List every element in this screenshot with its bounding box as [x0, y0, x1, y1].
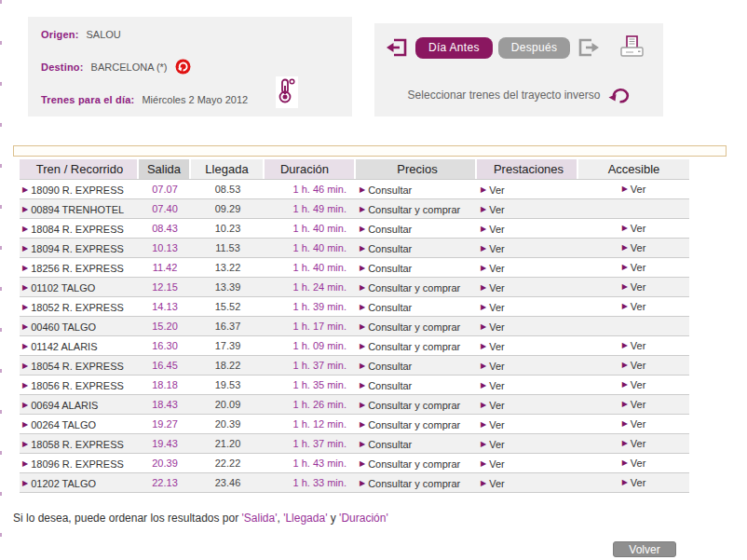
train-link[interactable]: ▶18094 R. EXPRESS — [22, 243, 124, 254]
prices-link[interactable]: ▶Consultar y comprar — [360, 204, 460, 215]
train-link[interactable]: ▶18058 R. EXPRESS — [22, 439, 124, 450]
sort-by-duracion-link[interactable]: 'Duración' — [339, 512, 388, 525]
train-link[interactable]: ▶18056 R. EXPRESS — [22, 380, 124, 391]
back-button[interactable]: Volver — [613, 541, 676, 557]
features-link[interactable]: ▶Ver — [481, 400, 505, 411]
features-link[interactable]: ▶Ver — [481, 184, 505, 196]
features-link[interactable]: ▶Ver — [481, 224, 505, 235]
features-link[interactable]: ▶Ver — [481, 243, 505, 254]
prices-link[interactable]: ▶Consultar y comprar — [360, 400, 460, 411]
train-link[interactable]: ▶18084 R. EXPRESS — [22, 224, 124, 235]
train-link[interactable]: ▶01102 TALGO — [22, 282, 95, 294]
features-link[interactable]: ▶Ver — [481, 204, 505, 215]
sort-by-salida-link[interactable]: 'Salida' — [242, 512, 278, 525]
features-link[interactable]: ▶Ver — [481, 341, 505, 352]
prices-link[interactable]: ▶Consultar — [360, 263, 412, 274]
features-link[interactable]: ▶Ver — [481, 282, 505, 294]
prices-link[interactable]: ▶Consultar — [360, 380, 412, 391]
features-link[interactable]: ▶Ver — [481, 263, 505, 274]
print-icon[interactable] — [617, 34, 646, 61]
thermometer-icon[interactable] — [276, 76, 298, 108]
day-before-button[interactable]: Día Antes — [415, 37, 493, 59]
prices-link[interactable]: ▶Consultar y comprar — [360, 478, 460, 489]
prices-link[interactable]: ▶Consultar y comprar — [360, 321, 460, 333]
train-link[interactable]: ▶01202 TALGO — [22, 478, 96, 489]
features-label: Ver — [489, 439, 505, 450]
day-after-button[interactable]: Después — [498, 37, 570, 59]
prices-link[interactable]: ▶Consultar — [360, 361, 412, 372]
origin-value: SALOU — [87, 29, 121, 40]
prices-link[interactable]: ▶Consultar y comprar — [360, 419, 460, 430]
features-link[interactable]: ▶Ver — [481, 302, 505, 313]
accessible-link[interactable]: ▶Ver — [622, 360, 646, 371]
train-link[interactable]: ▶18256 R. EXPRESS — [22, 263, 124, 274]
swap-direction-icon[interactable] — [175, 59, 191, 75]
prices-label: Consultar y comprar — [368, 341, 460, 352]
train-link[interactable]: ▶18090 R. EXPRESS — [22, 184, 124, 196]
prices-link[interactable]: ▶Consultar — [360, 184, 412, 196]
exit-arrow-left-icon[interactable] — [386, 36, 410, 59]
features-label: Ver — [489, 341, 505, 352]
features-link[interactable]: ▶Ver — [481, 380, 505, 391]
triangle-bullet-icon: ▶ — [360, 362, 365, 370]
accessible-link[interactable]: ▶Ver — [622, 281, 646, 293]
departure-time: 08.43 — [139, 223, 191, 234]
accessible-link[interactable]: ▶Ver — [622, 223, 646, 234]
accessible-link[interactable]: ▶Ver — [622, 242, 646, 253]
train-link[interactable]: ▶18054 R. EXPRESS — [22, 361, 124, 372]
origin-label: Origen: — [41, 29, 79, 40]
train-link[interactable]: ▶01142 ALARIS — [22, 341, 98, 352]
prices-link[interactable]: ▶Consultar y comprar — [360, 282, 460, 294]
prices-link[interactable]: ▶Consultar — [360, 302, 412, 313]
triangle-bullet-icon: ▶ — [622, 459, 628, 467]
triangle-bullet-icon: ▶ — [360, 421, 365, 429]
departure-time: 07.40 — [139, 203, 191, 214]
features-link[interactable]: ▶Ver — [481, 321, 505, 333]
sort-by-llegada-link[interactable]: 'Llegada' — [283, 512, 327, 525]
departure-time: 20.39 — [139, 458, 191, 469]
features-link[interactable]: ▶Ver — [481, 419, 505, 430]
exit-arrow-right-icon[interactable] — [576, 36, 600, 59]
reverse-route-link[interactable]: Seleccionar trenes del trayecto inverso — [386, 85, 652, 105]
train-link[interactable]: ▶18096 R. EXPRESS — [22, 458, 124, 470]
accessible-label: Ver — [631, 281, 646, 293]
column-header-duracion[interactable]: Duración — [265, 159, 356, 179]
origin-row: Origen: SALOU — [41, 26, 352, 42]
prices-link[interactable]: ▶Consultar — [360, 224, 412, 235]
table-body: ▶18090 R. EXPRESS 07.07 08.53 1 h. 46 mi… — [20, 179, 689, 493]
train-link[interactable]: ▶00694 ALARIS — [22, 400, 98, 411]
train-link[interactable]: ▶00460 TALGO — [22, 321, 96, 333]
accessible-link[interactable]: ▶Ver — [622, 418, 646, 430]
accessible-link[interactable]: ▶Ver — [622, 458, 646, 469]
prices-link[interactable]: ▶Consultar y comprar — [360, 341, 460, 352]
prices-link[interactable]: ▶Consultar — [360, 439, 412, 450]
train-name: 01202 TALGO — [31, 478, 96, 489]
features-link[interactable]: ▶Ver — [481, 361, 505, 372]
accessible-label: Ver — [631, 399, 646, 410]
accessible-link[interactable]: ▶Ver — [622, 262, 646, 273]
features-link[interactable]: ▶Ver — [481, 458, 505, 470]
features-link[interactable]: ▶Ver — [481, 439, 505, 450]
prices-label: Consultar — [368, 263, 412, 274]
column-header-salida[interactable]: Salida — [139, 159, 191, 179]
accessible-link[interactable]: ▶Ver — [622, 438, 646, 449]
features-link[interactable]: ▶Ver — [481, 478, 505, 489]
triangle-bullet-icon: ▶ — [622, 225, 628, 232]
train-link[interactable]: ▶00894 TRENHOTEL — [22, 204, 124, 215]
accessible-link[interactable]: ▶Ver — [622, 399, 646, 410]
train-name: 18096 R. EXPRESS — [31, 458, 124, 470]
accessible-link[interactable]: ▶Ver — [622, 379, 646, 390]
accessible-link[interactable]: ▶Ver — [622, 340, 646, 351]
column-header-llegada[interactable]: Llegada — [191, 159, 265, 179]
accessible-link[interactable]: ▶Ver — [622, 301, 646, 312]
prices-link[interactable]: ▶Consultar — [360, 243, 412, 254]
train-link[interactable]: ▶00264 TALGO — [22, 419, 96, 430]
duration: 1 h. 37 min. — [265, 360, 356, 371]
train-link[interactable]: ▶18052 R. EXPRESS — [22, 302, 124, 313]
date-value: Miércoles 2 Mayo 2012 — [142, 94, 248, 105]
triangle-bullet-icon: ▶ — [481, 460, 486, 468]
accessible-link[interactable]: ▶Ver — [622, 184, 646, 195]
prices-link[interactable]: ▶Consultar y comprar — [360, 458, 460, 470]
triangle-bullet-icon: ▶ — [622, 185, 628, 193]
accessible-link[interactable]: ▶Ver — [622, 477, 646, 488]
